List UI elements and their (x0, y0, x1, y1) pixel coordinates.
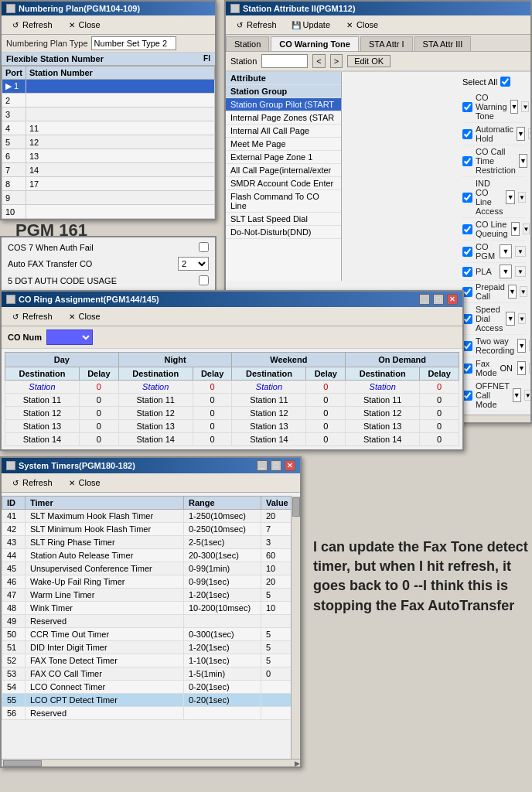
attr-item-0[interactable]: Station Group Pilot (START (226, 98, 341, 111)
timers-refresh-button[interactable]: ↺ Refresh (5, 475, 58, 490)
attr-dropdown-5[interactable]: ▼ (500, 244, 512, 258)
timer-row[interactable]: 55 LCO CPT Detect Timer 0-20(1sec) (2, 694, 300, 707)
close-window-button[interactable]: ✕ (447, 294, 458, 305)
close-window-button[interactable]: ✕ (285, 460, 295, 471)
attr-item-5[interactable]: All Call Page(internal/exter (226, 164, 341, 177)
timer-row[interactable]: 52 FAX Tone Detect Timer 1-10(1sec) 5 (2, 654, 300, 667)
attr-dropdown-4[interactable]: ▼ (511, 222, 520, 236)
attr-checkbox-2[interactable] (462, 156, 472, 166)
attr-dropdown-10[interactable]: ▼ (517, 361, 526, 375)
timers-scrollbar[interactable] (291, 496, 300, 759)
attr-dropdown-9[interactable]: ▼ (517, 339, 526, 353)
minimize-button[interactable]: _ (419, 294, 430, 305)
tab-sta-attr-iii[interactable]: STA Attr III (414, 36, 472, 51)
station-row[interactable]: 4 11 (2, 121, 215, 135)
minimize-button[interactable]: _ (257, 460, 268, 471)
timer-row[interactable]: 41 SLT Maximum Hook Flash Timer 1-250(10… (2, 510, 300, 523)
nav-next-button[interactable]: > (330, 54, 343, 68)
tab-sta-attr-i[interactable]: STA Attr I (360, 36, 413, 51)
timer-row[interactable]: 47 Warm Line Timer 1-20(1sec) 5 (2, 589, 300, 602)
cos7-checkbox[interactable] (199, 242, 209, 252)
tab-co-warning[interactable]: CO Warning Tone (271, 36, 359, 51)
co-num-select[interactable] (46, 329, 93, 345)
station-row[interactable]: ▶ 1 (2, 80, 215, 94)
attr-item-8[interactable]: SLT Last Speed Dial (226, 213, 341, 226)
station-row[interactable]: 3 (2, 108, 215, 121)
attr-dropdown-0[interactable]: ▼ (510, 100, 519, 114)
station-row[interactable]: 2 (2, 94, 215, 108)
attr-arrow-extra-9[interactable]: ▼ (529, 340, 530, 351)
station-row[interactable]: 6 13 (2, 149, 215, 163)
attr-checkbox-5[interactable] (462, 247, 472, 257)
timer-row[interactable]: 45 Unsupervised Conference Timer 0-99(1m… (2, 562, 300, 575)
attr-item-7[interactable]: Flash Command To CO Line (226, 190, 341, 213)
timer-row[interactable]: 46 Wake-Up Fail Ring Timer 0-99(1sec) 20 (2, 575, 300, 589)
attr-item-1[interactable]: Internal Page Zones (STAR (226, 111, 341, 125)
dgt-auth-checkbox[interactable] (199, 275, 209, 285)
auto-fax-select[interactable]: 2 (178, 257, 209, 271)
attr-arrow-extra-4[interactable]: ▼ (523, 224, 530, 234)
timers-close-button[interactable]: ✕ Close (61, 475, 106, 490)
select-all-checkbox[interactable] (500, 77, 510, 87)
attr-dropdown-3[interactable]: ▼ (506, 190, 514, 204)
attr-item-4[interactable]: External Page Zone 1 (226, 151, 341, 164)
station-input[interactable] (261, 54, 308, 68)
attr-checkbox-4[interactable] (462, 224, 472, 234)
nav-prev-button[interactable]: < (312, 54, 325, 68)
plan-type-input[interactable] (91, 36, 176, 50)
timer-row[interactable]: 53 FAX CO Call Timer 1-5(1min) 0 (2, 667, 300, 681)
attr-arrow-extra-7[interactable]: ▼ (520, 286, 527, 297)
timer-row[interactable]: 56 Reserved (2, 707, 300, 720)
station-row[interactable]: 8 17 (2, 177, 215, 191)
attr-dropdown-1[interactable]: ▼ (517, 127, 525, 141)
sta-refresh-button[interactable]: ↺ Refresh (229, 17, 282, 32)
attr-arrow-extra-0[interactable]: ▼ (521, 101, 529, 112)
station-row[interactable]: 10 (2, 205, 215, 219)
timer-row[interactable]: 49 Reserved (2, 615, 300, 628)
attr-checkbox-0[interactable] (462, 102, 472, 112)
station-row[interactable]: 5 12 (2, 135, 215, 149)
attr-item-9[interactable]: Do-Not-Disturb(DND) (226, 226, 341, 239)
ring-dest-0-2: Station 12 (5, 407, 80, 420)
station-row[interactable]: 9 (2, 191, 215, 205)
attr-arrow-extra-5[interactable]: ▼ (515, 246, 526, 257)
attr-item-2[interactable]: Internal All Call Page (226, 125, 341, 138)
attr-dropdown-8[interactable]: ▼ (506, 312, 514, 326)
co-refresh-button[interactable]: ↺ Refresh (5, 309, 58, 324)
attr-arrow-extra-3[interactable]: ▼ (518, 192, 526, 203)
attr-dropdown-7[interactable]: ▼ (508, 285, 517, 299)
timer-row[interactable]: 51 DID Inter Digit Timer 1-20(1sec) 5 (2, 641, 300, 654)
attr-item-3[interactable]: Meet Me Page (226, 138, 341, 151)
station-row[interactable]: 7 14 (2, 163, 215, 177)
attr-dropdown-6[interactable]: ▼ (500, 265, 512, 278)
timer-row[interactable]: 43 SLT Ring Phase Timer 2-5(1sec) 3 (2, 536, 300, 549)
attr-arrow-extra-6[interactable]: ▼ (515, 266, 526, 277)
tab-station[interactable]: Station (226, 36, 269, 51)
close-button[interactable]: ✕ Close (61, 17, 106, 32)
attr-dropdown-11[interactable]: ▼ (513, 388, 521, 402)
timers-scroll-area[interactable]: ID Timer Range Value 41 SLT Maximum Hook… (2, 496, 300, 759)
timer-row[interactable]: 44 Station Auto Release Timer 20-300(1se… (2, 549, 300, 562)
attr-checkbox-3[interactable] (462, 193, 472, 203)
refresh-button[interactable]: ↺ Refresh (5, 17, 58, 32)
restore-button[interactable]: □ (271, 460, 281, 471)
edit-ok-button[interactable]: Edit OK (347, 55, 390, 67)
sta-update-button[interactable]: 💾 Update (285, 17, 336, 32)
timer-row[interactable]: 42 SLT Minimum Hook Flash Timer 0-250(10… (2, 523, 300, 536)
attr-dropdown-2[interactable]: ▼ (519, 154, 527, 168)
attr-item-6[interactable]: SMDR Account Code Enter (226, 177, 341, 190)
restore-button[interactable]: □ (433, 294, 444, 305)
attr-arrow-extra-8[interactable]: ▼ (518, 313, 526, 324)
scroll-arrow-right[interactable]: ▶ (295, 760, 300, 767)
attr-checkbox-1[interactable] (462, 129, 472, 139)
co-close-button[interactable]: ✕ Close (61, 309, 106, 324)
timer-row[interactable]: 50 CCR Time Out Timer 0-300(1sec) 5 (2, 628, 300, 641)
timer-row[interactable]: 54 LCO Connect Timer 0-20(1sec) (2, 681, 300, 694)
timer-row[interactable]: 48 Wink Timer 10-200(10msec) 10 (2, 602, 300, 615)
attr-arrow-extra-11[interactable]: ▼ (524, 390, 530, 401)
attr-arrow-extra-10[interactable]: ▼ (529, 363, 530, 374)
attr-checkbox-6[interactable] (462, 267, 472, 277)
attr-arrow-extra-1[interactable]: ▼ (528, 128, 530, 139)
timers-h-scrollbar[interactable]: ▶ (2, 759, 300, 766)
sta-close-button[interactable]: ✕ Close (339, 17, 384, 32)
